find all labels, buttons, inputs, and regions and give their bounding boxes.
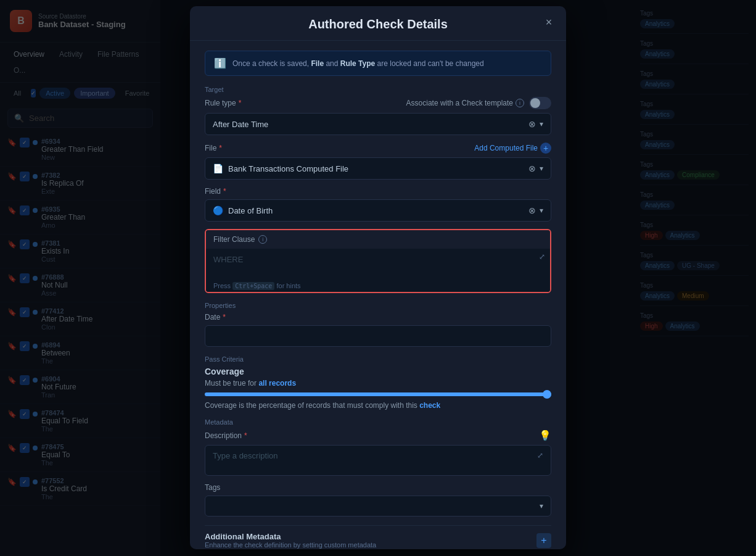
rule-type-select-actions: ⊗ ▾ — [528, 119, 543, 129]
add-computed-file-button[interactable]: Add Computed File + — [474, 143, 551, 154]
field-icon: 🔵 — [213, 205, 223, 215]
rule-type-required: * — [239, 99, 242, 107]
coverage-description: Coverage is the percentage of records th… — [205, 401, 551, 410]
modal: Authored Check Details × ℹ️ Once a check… — [190, 6, 566, 549]
date-required: * — [223, 313, 226, 322]
modal-title: Authored Check Details — [308, 17, 448, 31]
metadata-section-label: Metadata — [205, 418, 551, 426]
tags-arrow-icon[interactable]: ▾ — [540, 502, 543, 510]
properties-section: Properties Date * — [205, 302, 551, 347]
date-field-label: Date * — [205, 313, 551, 322]
filter-clause-body[interactable]: WHERE ⤢ — [206, 249, 550, 280]
info-text: Once a check is saved, File and Rule Typ… — [232, 59, 484, 68]
additional-metadata-desc: Enhance the check definition by setting … — [205, 541, 376, 549]
field-label: Field * — [205, 187, 551, 196]
bulb-icon: 💡 — [539, 429, 551, 441]
coverage-title: Coverage — [205, 367, 551, 376]
description-textarea[interactable]: Type a description ⤢ — [205, 445, 551, 476]
associate-label: Associate with a Check template i — [406, 99, 524, 107]
filter-clause-header: Filter Clause i — [206, 230, 550, 249]
description-required: * — [244, 431, 247, 440]
rule-type-select[interactable]: After Date Time ⊗ ▾ — [205, 113, 551, 135]
filter-clause-section: Filter Clause i WHERE ⤢ Press Ctrl+Space… — [205, 229, 551, 293]
field-clear-icon[interactable]: ⊗ — [528, 205, 536, 215]
toggle-thumb — [530, 98, 540, 108]
add-file-plus-icon: + — [540, 143, 551, 154]
file-required: * — [219, 144, 222, 152]
additional-metadata-section: Additional Metadata Enhance the check de… — [205, 525, 551, 549]
file-arrow-icon[interactable]: ▾ — [540, 164, 543, 173]
file-row: File * Add Computed File + — [205, 143, 551, 154]
filter-clause-info-icon[interactable]: i — [258, 235, 267, 244]
file-select-actions: ⊗ ▾ — [528, 164, 543, 173]
file-icon: 📄 — [213, 164, 223, 173]
tags-label: Tags — [205, 483, 551, 492]
slider-thumb[interactable] — [543, 390, 551, 399]
date-input[interactable] — [205, 325, 551, 347]
info-banner: ℹ️ Once a check is saved, File and Rule … — [205, 51, 551, 76]
field-required: * — [223, 187, 226, 196]
description-header: Description * 💡 — [205, 429, 551, 441]
coverage-subtitle: Must be true for all records — [205, 379, 551, 388]
modal-body: ℹ️ Once a check is saved, File and Rule … — [190, 41, 566, 549]
file-select[interactable]: 📄 Bank Transactions Computed File ⊗ ▾ — [205, 157, 551, 180]
metadata-section: Metadata Description * 💡 Type a descript… — [205, 418, 551, 517]
field-select-inner: 🔵 Date of Birth — [213, 205, 273, 215]
field-select[interactable]: 🔵 Date of Birth ⊗ ▾ — [205, 199, 551, 222]
target-section-label: Target — [205, 86, 551, 93]
properties-section-label: Properties — [205, 302, 551, 309]
field-arrow-icon[interactable]: ▾ — [540, 206, 543, 215]
coverage-slider[interactable] — [205, 392, 551, 396]
rule-type-row: Rule type * Associate with a Check templ… — [205, 97, 551, 109]
associate-toggle[interactable] — [529, 97, 551, 109]
description-label: Description * — [205, 431, 247, 440]
field-select-actions: ⊗ ▾ — [528, 205, 543, 215]
file-select-inner: 📄 Bank Transactions Computed File — [213, 164, 348, 173]
file-label: File * — [205, 144, 222, 152]
modal-overlay: Authored Check Details × ℹ️ Once a check… — [0, 0, 756, 556]
additional-metadata-title: Additional Metadata — [205, 532, 376, 541]
filter-clause-placeholder: WHERE — [213, 255, 243, 264]
filter-clause-expand-icon[interactable]: ⤢ — [539, 252, 545, 261]
associate-info-icon[interactable]: i — [516, 99, 524, 107]
tags-input[interactable]: ▾ — [205, 496, 551, 517]
modal-close-button[interactable]: × — [541, 15, 556, 30]
modal-header: Authored Check Details × — [190, 6, 566, 41]
rule-type-label: Rule type * — [205, 99, 241, 107]
info-icon: ℹ️ — [214, 57, 226, 69]
additional-metadata-plus-button[interactable]: + — [536, 533, 551, 548]
file-clear-icon[interactable]: ⊗ — [528, 164, 536, 173]
textarea-expand-icon[interactable]: ⤢ — [537, 451, 543, 460]
filter-clause-label: Filter Clause — [213, 235, 255, 244]
rule-type-clear-icon[interactable]: ⊗ — [528, 119, 536, 129]
additional-metadata-left: Additional Metadata Enhance the check de… — [205, 532, 376, 549]
filter-clause-hint: Press Ctrl+Space for hints — [206, 280, 550, 292]
pass-criteria-section-label: Pass Criteria — [205, 355, 551, 363]
associate-wrapper: Associate with a Check template i — [406, 97, 551, 109]
rule-type-select-inner: After Date Time — [213, 120, 268, 129]
rule-type-arrow-icon[interactable]: ▾ — [540, 120, 543, 128]
pass-criteria-section: Pass Criteria Coverage Must be true for … — [205, 355, 551, 410]
slider-fill — [205, 392, 551, 396]
